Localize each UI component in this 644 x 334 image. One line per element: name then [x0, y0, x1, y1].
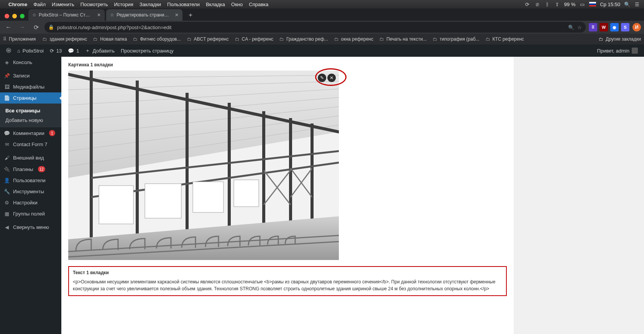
- new-tab-button[interactable]: ＋: [186, 10, 196, 20]
- browser-tab-1[interactable]: ☆ Редактировать страницу ‹ Pc... ✕: [106, 9, 182, 21]
- back-button[interactable]: ←: [3, 22, 14, 33]
- bookmark-folder[interactable]: 🗀Гражданство реф...: [277, 35, 330, 43]
- sidebar-item-plugins[interactable]: 🔌Плагины12: [0, 163, 61, 175]
- sidebar-item-appearance[interactable]: 🖌Внешний вид: [0, 152, 61, 163]
- window-close-icon[interactable]: [5, 14, 9, 18]
- wp-content: Картинка 1 вкладки: [61, 57, 644, 334]
- browser-tab-0[interactable]: ☆ PolixStroi – Поликс Строй – с... ✕: [28, 9, 105, 21]
- window-maximize-icon[interactable]: [20, 14, 25, 18]
- bookmark-folder[interactable]: 🗀CA - референс: [233, 35, 276, 43]
- tab-close-icon[interactable]: ✕: [175, 12, 179, 18]
- wp-updates[interactable]: ⟳13: [47, 44, 65, 57]
- screen-icon[interactable]: ⎚: [534, 1, 540, 7]
- bookmark-folder[interactable]: 🗀Печать на тексти...: [377, 35, 429, 43]
- sidebar-item-settings[interactable]: ⚙Настройки: [0, 197, 61, 208]
- control-center-icon[interactable]: ☰: [634, 1, 640, 7]
- wp-greeting[interactable]: Привет, admin: [594, 48, 641, 54]
- sidebar-subitem-add-new[interactable]: Добавить новую: [0, 115, 61, 125]
- bookmark-folder[interactable]: 🗀окна референс: [332, 35, 376, 43]
- pencil-icon: ✎: [320, 75, 324, 81]
- menu-users[interactable]: Пользователи: [167, 2, 200, 7]
- bookmark-folder[interactable]: 🗀ABCT референс: [185, 35, 231, 43]
- address-bar[interactable]: 🔒 polixstroi.ru/wp-admin/post.php?post=2…: [44, 22, 586, 33]
- folder-icon: 🗀: [93, 36, 98, 42]
- tab-title: PolixStroi – Поликс Строй – с...: [39, 12, 92, 18]
- sidebar-subitem-all-pages[interactable]: Все страницы: [0, 106, 61, 115]
- sidebar-item-media[interactable]: 🖼Медиафайлы: [0, 81, 61, 92]
- folder-icon: 🗀: [187, 36, 192, 42]
- folder-icon: 🗀: [279, 36, 284, 42]
- extension-icon[interactable]: ◉: [610, 23, 619, 31]
- sidebar-item-comments[interactable]: 💬Комментарии1: [0, 127, 61, 139]
- menu-view[interactable]: Посмотреть: [80, 2, 108, 7]
- wordpress-icon: ⓦ: [6, 47, 11, 54]
- mac-menubar: Chrome Файл Изменить Посмотреть История …: [0, 0, 644, 8]
- pin-icon: 📌: [4, 73, 10, 79]
- menu-app[interactable]: Chrome: [8, 2, 27, 7]
- sidebar-item-pages[interactable]: 📄Страницы: [0, 92, 61, 104]
- folder-icon: 🗀: [380, 36, 384, 42]
- menu-window[interactable]: Окно: [231, 2, 243, 7]
- menu-history[interactable]: История: [114, 2, 133, 7]
- menu-file[interactable]: Файл: [33, 2, 46, 7]
- wifi-icon[interactable]: ⇪: [554, 1, 560, 7]
- edit-image-button[interactable]: ✎: [318, 74, 326, 82]
- acf-image-field[interactable]: ✎ ✕: [68, 71, 339, 260]
- sidebar-item-posts[interactable]: 📌Записи: [0, 70, 61, 81]
- reload-button[interactable]: ⟳: [31, 22, 41, 33]
- svg-rect-25: [193, 182, 223, 212]
- wp-add-new[interactable]: ＋Добавить: [82, 44, 117, 57]
- folder-icon: 🗀: [235, 36, 240, 42]
- sidebar-item-fieldgroups[interactable]: ▦Группы полей: [0, 208, 61, 219]
- svg-rect-24: [145, 184, 181, 218]
- menu-tab[interactable]: Вкладка: [206, 2, 225, 7]
- wp-logo-menu[interactable]: ⓦ: [3, 44, 14, 57]
- wp-adminbar: ⓦ ⌂PolixStroi ⟳13 💬1 ＋Добавить Просмотре…: [0, 44, 644, 57]
- remove-image-button[interactable]: ✕: [327, 74, 336, 82]
- close-icon: ✕: [330, 75, 334, 81]
- folder-icon: 🗀: [599, 36, 603, 42]
- window-controls: [3, 14, 28, 21]
- window-minimize-icon[interactable]: [12, 14, 17, 18]
- gear-icon: ⚙: [4, 200, 10, 206]
- clock[interactable]: Ср 15:50: [600, 2, 620, 7]
- wp-comments[interactable]: 💬1: [65, 44, 82, 57]
- tab-close-icon[interactable]: ✕: [97, 12, 101, 18]
- input-flag-icon[interactable]: [589, 2, 596, 7]
- menu-edit[interactable]: Изменить: [52, 2, 74, 7]
- profile-avatar[interactable]: И: [632, 23, 641, 31]
- wrench-icon: 🔧: [4, 189, 10, 194]
- menu-help[interactable]: Справка: [249, 2, 268, 7]
- status-icon[interactable]: ⟳: [524, 1, 531, 7]
- wp-view-page[interactable]: Просмотреть страницу: [118, 44, 177, 57]
- bookmark-folder[interactable]: 🗀Фитнес оборудов...: [131, 35, 183, 43]
- sidebar-item-dashboard[interactable]: ◈Консоль: [0, 57, 61, 68]
- search-in-page-icon[interactable]: 🔍: [568, 25, 574, 30]
- extensions-row: ⠿ W ◉ S: [589, 23, 629, 31]
- apps-button[interactable]: ⠿Приложения: [3, 36, 36, 42]
- extension-icon[interactable]: S: [621, 23, 629, 31]
- extension-icon[interactable]: W: [600, 23, 608, 31]
- bookmark-star-icon[interactable]: ☆: [577, 25, 582, 30]
- sidebar-item-users[interactable]: 👤Пользователи: [0, 175, 61, 186]
- bookmark-folder[interactable]: 🗀здания референс: [40, 35, 89, 43]
- spotlight-icon[interactable]: 🔍: [624, 1, 630, 7]
- brush-icon: 🖌: [4, 155, 10, 161]
- url-text: polixstroi.ru/wp-admin/post.php?post=2&a…: [57, 25, 565, 30]
- bluetooth-icon[interactable]: ᛒ: [544, 1, 550, 7]
- sidebar-item-tools[interactable]: 🔧Инструменты: [0, 186, 61, 197]
- other-bookmarks[interactable]: 🗀Другие закладки: [599, 36, 641, 42]
- text-field-value[interactable]: <p>Основными несущими элементами каркасн…: [73, 278, 502, 292]
- bookmark-folder[interactable]: 🗀Новая папка: [91, 35, 129, 43]
- bookmark-folder[interactable]: 🗀КТС референс: [483, 35, 526, 43]
- collapse-icon: ◀: [4, 224, 10, 230]
- sidebar-item-collapse[interactable]: ◀Свернуть меню: [0, 222, 61, 233]
- forward-button[interactable]: →: [17, 22, 28, 33]
- dashboard-icon: ◈: [4, 59, 10, 65]
- sidebar-item-cf7[interactable]: ✉Contact Form 7: [0, 139, 61, 150]
- bookmark-folder[interactable]: 🗀типография (раб...: [430, 35, 482, 43]
- extension-icon[interactable]: ⠿: [589, 23, 597, 31]
- plus-icon: ＋: [85, 47, 90, 54]
- menu-bookmarks[interactable]: Закладки: [140, 2, 161, 7]
- wp-site-link[interactable]: ⌂PolixStroi: [14, 44, 47, 57]
